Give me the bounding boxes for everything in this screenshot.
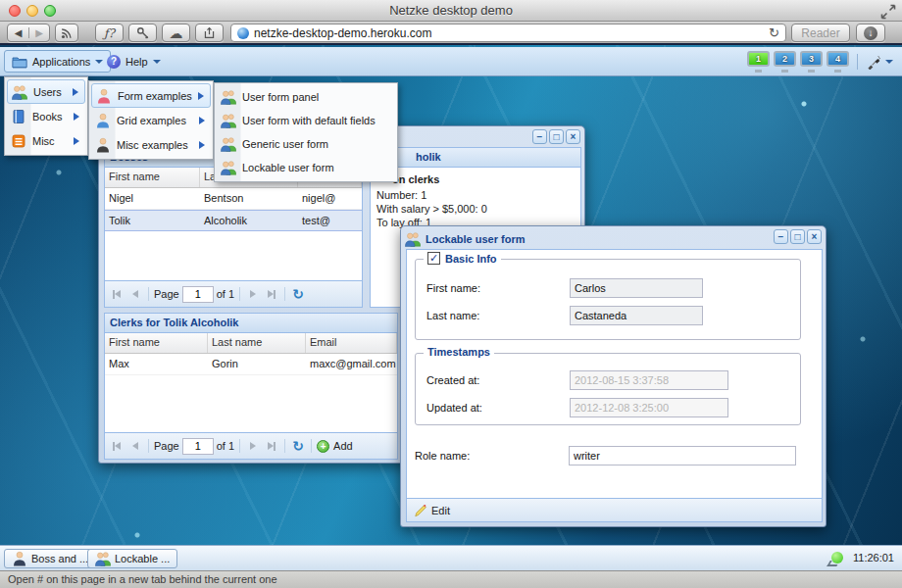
- page-last-button[interactable]: [264, 286, 279, 302]
- taskbar-button-boss-and-clerks[interactable]: Boss and ...: [4, 549, 96, 568]
- updated-at-label: Updated at:: [426, 402, 570, 414]
- close-icon[interactable]: ×: [807, 229, 822, 244]
- lockable-user-form-window: Lockable user form − □ × ✓ Basic Info Fi…: [400, 225, 827, 527]
- rss-button[interactable]: [55, 24, 78, 42]
- app-toolbar: Applications ? Help 1 2 3 4: [0, 47, 902, 76]
- user-blue-icon: [95, 113, 111, 128]
- basic-info-legend: Basic Info: [445, 253, 497, 265]
- page-prev-button[interactable]: [127, 286, 143, 302]
- menu-item-grid-examples[interactable]: Grid examples: [91, 108, 211, 132]
- refresh-icon[interactable]: [290, 438, 306, 454]
- table-row[interactable]: Nigel Bentson nigel@: [105, 188, 362, 210]
- page-number-input[interactable]: [182, 286, 214, 303]
- refresh-icon[interactable]: [290, 286, 306, 302]
- page-next-button[interactable]: [245, 286, 261, 302]
- info-panel-title: holik: [371, 148, 580, 168]
- reader-button[interactable]: Reader: [791, 24, 850, 42]
- close-icon[interactable]: ×: [566, 129, 580, 144]
- browser-titlebar: Netzke desktop demo: [0, 0, 902, 22]
- chevron-down-icon: [153, 60, 161, 64]
- menu-item-books[interactable]: Books: [7, 104, 85, 128]
- taskbar-clock: 11:26:01: [853, 552, 894, 564]
- taskbar: Boss and ... Lockable ... 11:26:01: [0, 545, 902, 570]
- password-key-button[interactable]: [128, 24, 157, 42]
- fullscreen-icon[interactable]: [880, 4, 896, 22]
- menu-item-user-form-panel[interactable]: User form panel: [217, 85, 395, 109]
- column-header-first-name[interactable]: First name: [105, 168, 200, 187]
- submenu-arrow-icon: [199, 141, 205, 149]
- page-prev-button[interactable]: [127, 438, 143, 454]
- user-pair-icon: [95, 551, 111, 566]
- user-pair-icon: [221, 89, 236, 105]
- column-header-last-name[interactable]: Last name: [208, 333, 306, 353]
- column-header-first-name[interactable]: First name: [105, 333, 208, 353]
- menu-item-misc[interactable]: Misc: [7, 128, 85, 153]
- clerks-panel-title: Clerks for Tolik Alcoholik: [105, 314, 397, 333]
- back-button[interactable]: ◀: [8, 27, 28, 38]
- add-button[interactable]: + Add: [317, 440, 353, 453]
- downloads-button[interactable]: ↓: [856, 24, 885, 42]
- maximize-icon[interactable]: □: [549, 129, 564, 144]
- menu-item-lockable-user-form[interactable]: Lockable user form: [217, 156, 395, 179]
- updated-at-field: [570, 398, 728, 417]
- page-next-button[interactable]: [245, 438, 261, 454]
- basic-info-checkbox[interactable]: ✓: [427, 252, 440, 265]
- menu-item-user-form-default-fields[interactable]: User form with default fields: [217, 109, 395, 132]
- maximize-icon[interactable]: □: [790, 229, 805, 244]
- first-name-field: [570, 278, 703, 298]
- form-footer-toolbar: Edit: [406, 499, 823, 522]
- share-button[interactable]: [195, 24, 224, 42]
- page-label: Page: [154, 288, 179, 300]
- help-menu-button[interactable]: ? Help: [100, 50, 168, 73]
- icloud-tabs-button[interactable]: ☁: [162, 24, 190, 42]
- desktop-switch-1[interactable]: 1: [747, 51, 772, 73]
- user-black-icon: [95, 137, 111, 153]
- page-number-input[interactable]: [182, 438, 214, 455]
- page-first-button[interactable]: [109, 438, 125, 454]
- script-button[interactable]: ƒ?: [95, 24, 124, 42]
- menu-item-form-examples[interactable]: Form examples: [91, 83, 211, 108]
- pencil-icon: [414, 504, 427, 517]
- desktop-switch-4[interactable]: 4: [827, 51, 851, 73]
- minimize-icon[interactable]: −: [774, 229, 788, 244]
- form-window-titlebar[interactable]: Lockable user form: [405, 229, 822, 248]
- form-examples-submenu: User form panel User form with default f…: [214, 82, 398, 182]
- page-last-button[interactable]: [264, 438, 279, 454]
- taskbar-button-lockable-form[interactable]: Lockable ...: [87, 549, 177, 568]
- toolbar-separator: [857, 54, 858, 70]
- page-label: Page: [154, 440, 179, 452]
- browser-toolbar: ◀ ▶ ƒ? ☁ netzke-desktop-demo.heroku.com …: [0, 22, 902, 45]
- page-first-button[interactable]: [109, 286, 125, 302]
- last-name-label: Last name:: [426, 310, 570, 321]
- minimize-icon[interactable]: −: [532, 129, 547, 144]
- submenu-arrow-icon: [74, 137, 79, 145]
- submenu-arrow-icon: [198, 92, 204, 100]
- clerks-panel: Clerks for Tolik Alcoholik First name La…: [104, 313, 398, 460]
- site-favicon: [237, 27, 249, 39]
- user-pair-icon: [221, 160, 236, 175]
- role-name-field[interactable]: [569, 446, 796, 466]
- desktop-switch-3[interactable]: 3: [800, 51, 825, 73]
- page-of-label: of 1: [217, 288, 234, 300]
- address-bar[interactable]: netzke-desktop-demo.heroku.com ↻: [230, 24, 786, 42]
- timestamps-fieldset: Timestamps Created at: Updated at:: [415, 353, 801, 425]
- created-at-label: Created at:: [426, 374, 570, 386]
- url-text[interactable]: netzke-desktop-demo.heroku.com: [254, 26, 764, 40]
- menu-item-users[interactable]: Users: [7, 79, 85, 104]
- column-header-email[interactable]: Email: [306, 333, 397, 353]
- connection-menu-button[interactable]: [862, 52, 897, 72]
- reload-icon[interactable]: ↻: [769, 25, 779, 40]
- forward-button[interactable]: ▶: [28, 27, 49, 38]
- status-bar: Open # on this page in a new tab behind …: [0, 570, 902, 588]
- applications-menu-button[interactable]: Applications: [4, 50, 111, 73]
- menu-item-misc-examples[interactable]: Misc examples: [91, 132, 211, 157]
- timestamps-legend: Timestamps: [427, 346, 490, 358]
- desktop-switch-2[interactable]: 2: [774, 51, 798, 73]
- table-row-selected[interactable]: Tolik Alcoholik test@: [105, 210, 362, 231]
- first-name-label: First name:: [426, 282, 570, 294]
- edit-button[interactable]: Edit: [414, 504, 450, 517]
- book-icon: [11, 109, 26, 124]
- menu-item-generic-user-form[interactable]: Generic user form: [217, 132, 395, 156]
- table-row[interactable]: Max Gorin maxc@gmail.com: [105, 354, 397, 375]
- applications-menu: Users Books Misc: [4, 76, 88, 156]
